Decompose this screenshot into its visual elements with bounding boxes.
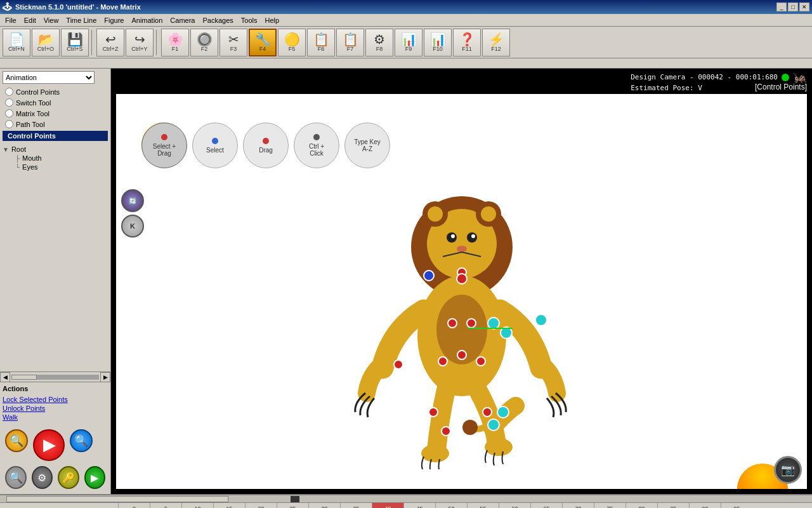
lion-figure: [116, 119, 807, 489]
path-tool-label: Path Tool: [16, 121, 45, 128]
zoom-out-button[interactable]: 🔍: [5, 466, 27, 489]
f12-button[interactable]: ⚡ F12: [482, 29, 510, 57]
tick-55: 55: [467, 503, 499, 509]
scroll-thumb[interactable]: [11, 375, 37, 380]
toolbar2-empty: [3, 60, 4, 67]
camera-button[interactable]: 📷: [774, 456, 802, 484]
animation-dropdown[interactable]: Animation: [3, 71, 95, 84]
menu-view[interactable]: View: [40, 15, 63, 25]
tool-matrix[interactable]: Matrix Tool: [0, 108, 110, 119]
scroll-left-button[interactable]: ◀: [0, 372, 10, 382]
run-button[interactable]: ▶: [84, 466, 106, 489]
search-button[interactable]: 🔍: [5, 429, 28, 452]
menu-file[interactable]: File: [1, 15, 20, 25]
f12-label: F12: [491, 46, 501, 52]
f2-button[interactable]: 🔘 F2: [190, 29, 218, 57]
f7-button[interactable]: 📋 F7: [336, 29, 364, 57]
svg-point-20: [457, 351, 466, 359]
f4-button[interactable]: 🔧 F4: [249, 29, 277, 57]
title-text: Stickman 5.1.0 'untitled' - Move Matrix: [15, 3, 141, 11]
scroll-track[interactable]: [11, 375, 99, 380]
menu-timeline[interactable]: Time Line: [62, 15, 100, 25]
hint-ctrl-label: Ctrl +Click: [309, 143, 324, 157]
control-points-overlay-label: [Control Points]: [755, 83, 807, 91]
tree-eyes[interactable]: └ Eyes: [3, 163, 108, 171]
f8-label: F8: [376, 46, 383, 52]
redo-button[interactable]: ↪ Ctrl+Y: [126, 29, 154, 57]
maximize-button[interactable]: □: [788, 3, 798, 11]
icon-row-2: 🔍 ⚙ 🔑 ▶: [5, 466, 105, 489]
svg-point-24: [442, 427, 450, 436]
f10-icon: 📊: [430, 33, 446, 46]
menu-tools[interactable]: Tools: [237, 15, 261, 25]
svg-point-33: [424, 271, 434, 281]
f3-button[interactable]: ✂ F3: [219, 29, 247, 57]
scroll-right-button[interactable]: ▶: [100, 372, 110, 382]
f8-button[interactable]: ⚙ F8: [365, 29, 393, 57]
f10-button[interactable]: 📊 F10: [424, 29, 452, 57]
tick-85: 85: [657, 503, 689, 509]
timeline-current-marker: [291, 496, 299, 502]
key-button[interactable]: 🔑: [58, 466, 79, 489]
unlock-points-link[interactable]: Unlock Points: [3, 404, 108, 413]
timeline-scroll-thumb[interactable]: [6, 496, 228, 502]
walk-link[interactable]: Walk: [3, 413, 108, 422]
green-status-dot: [782, 74, 789, 81]
save-button[interactable]: 💾 Ctrl+S: [61, 29, 89, 57]
radio-switch-tool[interactable]: [5, 98, 13, 107]
close-button[interactable]: ✕: [799, 3, 809, 11]
minimize-button[interactable]: _: [776, 3, 787, 11]
tick-70: 70: [562, 503, 594, 509]
canvas-camera-icon[interactable]: 📷: [774, 456, 802, 484]
open-button[interactable]: 📂 Ctrl+O: [32, 29, 60, 57]
tool-switch[interactable]: Switch Tool: [0, 97, 110, 108]
f1-label: F1: [172, 46, 179, 52]
hint-type-key[interactable]: Type KeyA-Z: [344, 123, 390, 168]
f1-button[interactable]: 🌸 F1: [161, 29, 189, 57]
radio-path-tool[interactable]: [5, 120, 13, 128]
mini-btn-k[interactable]: K: [121, 215, 144, 237]
svg-point-28: [488, 318, 499, 329]
svg-point-10: [457, 246, 467, 252]
settings-button[interactable]: ⚙: [32, 466, 53, 489]
menu-animation[interactable]: Animation: [128, 15, 166, 25]
lion-svg: [335, 139, 589, 469]
radio-control-points[interactable]: [5, 88, 13, 96]
timeline-scrollbar[interactable]: [0, 495, 812, 503]
undo-button[interactable]: ↩ Ctrl+Z: [96, 29, 124, 57]
f5-button[interactable]: 🟡 F5: [278, 29, 306, 57]
svg-point-19: [467, 319, 476, 328]
undo-label: Ctrl+Z: [103, 46, 119, 52]
new-button[interactable]: 📄 Ctrl+N: [3, 29, 30, 57]
lock-selected-points-link[interactable]: Lock Selected Points: [3, 395, 108, 404]
redo-icon: ↪: [134, 33, 145, 46]
f11-button[interactable]: ❓ F11: [453, 29, 481, 57]
menu-packages[interactable]: Packages: [199, 15, 237, 25]
menu-edit[interactable]: Edit: [20, 15, 40, 25]
left-panel: Animation Control Points Switch Tool Mat…: [0, 69, 111, 494]
hint-select[interactable]: Select: [192, 123, 238, 168]
actions-panel: Actions Lock Selected Points Unlock Poin…: [0, 382, 110, 424]
menu-help[interactable]: Help: [261, 15, 283, 25]
tool-control-points[interactable]: Control Points: [0, 86, 110, 97]
tool-path[interactable]: Path Tool: [0, 119, 110, 130]
f6-button[interactable]: 📋 F6: [307, 29, 335, 57]
hint-drag[interactable]: Drag: [243, 123, 289, 168]
menu-figure[interactable]: Figure: [100, 15, 128, 25]
active-tool-badge[interactable]: Control Points: [3, 131, 108, 141]
mini-btn-1[interactable]: 🔄: [121, 189, 144, 212]
menu-camera[interactable]: Camera: [166, 15, 199, 25]
zoom-in-button[interactable]: 🔍: [70, 429, 93, 452]
tree-root[interactable]: ▼ Root: [3, 145, 108, 154]
window-controls[interactable]: _ □ ✕: [776, 3, 809, 11]
tick-60: 60: [499, 503, 530, 509]
hint-ctrl-click[interactable]: Ctrl +Click: [294, 123, 339, 168]
f9-icon: 📊: [401, 33, 417, 46]
svg-point-31: [497, 406, 509, 418]
horizontal-scrollbar[interactable]: ◀ ▶: [0, 371, 110, 382]
play-button[interactable]: ▶: [33, 429, 65, 461]
f9-button[interactable]: 📊 F9: [395, 29, 422, 57]
radio-matrix-tool[interactable]: [5, 109, 13, 117]
tree-mouth[interactable]: ├ Mouth: [3, 154, 108, 163]
hint-select-drag[interactable]: Select +Drag: [141, 123, 187, 168]
